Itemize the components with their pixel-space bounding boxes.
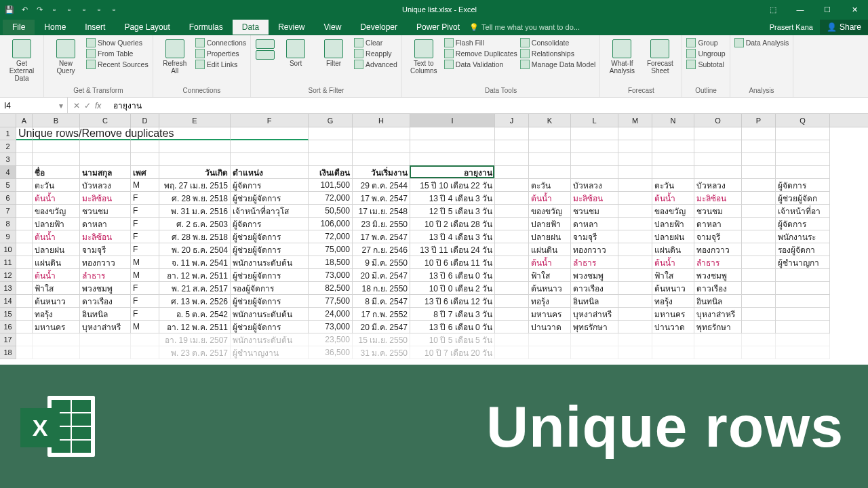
cell[interactable] <box>742 269 776 282</box>
reapply-button[interactable]: Reapply <box>354 49 397 58</box>
cell[interactable]: 73,000 <box>309 321 353 333</box>
cell[interactable]: 13 ปี 4 เดือน 3 วัน <box>410 230 495 243</box>
cell[interactable] <box>16 269 33 282</box>
name-box[interactable]: I4▾ <box>0 98 68 113</box>
tab-pagelayout[interactable]: Page Layout <box>115 20 179 35</box>
cell[interactable]: ดาหลา <box>694 218 742 230</box>
cell[interactable] <box>776 166 830 179</box>
column-header[interactable]: G <box>309 114 353 127</box>
cell[interactable]: ทอรุ้ง <box>529 295 571 308</box>
cell[interactable]: มะลิซ้อน <box>80 230 131 243</box>
cell[interactable] <box>529 127 571 140</box>
cell[interactable]: 9 มี.ค. 2550 <box>353 256 410 269</box>
cell[interactable]: 75,000 <box>309 243 353 256</box>
cell[interactable]: F <box>131 205 159 218</box>
cell[interactable] <box>529 346 571 359</box>
cell[interactable]: ต้นน้ำ <box>33 230 80 243</box>
column-header[interactable]: J <box>495 114 529 127</box>
cell[interactable]: ปลายฝน <box>33 243 80 256</box>
cell[interactable]: 31 ม.ค. 2550 <box>353 346 410 359</box>
cell[interactable]: ศ. 2 ธ.ค. 2503 <box>159 218 231 230</box>
row-header[interactable]: 14 <box>0 295 16 308</box>
cell[interactable] <box>571 127 618 140</box>
cell[interactable] <box>495 333 529 346</box>
cell[interactable]: 29 ต.ค. 2544 <box>353 179 410 192</box>
cell[interactable] <box>652 346 694 359</box>
cell[interactable] <box>571 153 618 166</box>
cell[interactable]: F <box>131 308 159 321</box>
cell[interactable]: 13 ปี 6 เดือน 0 วัน <box>410 269 495 282</box>
tab-powerpivot[interactable]: Power Pivot <box>407 20 469 35</box>
cell[interactable]: M <box>131 269 159 282</box>
cell[interactable]: ปลายฝน <box>529 230 571 243</box>
cell[interactable]: 18 ก.ย. 2550 <box>353 282 410 295</box>
cell[interactable]: ต้นหนาว <box>652 282 694 295</box>
cell[interactable]: จ. 11 พ.ค. 2541 <box>159 256 231 269</box>
cell[interactable]: พุทธรักษา <box>694 321 742 333</box>
tab-view[interactable]: View <box>315 20 351 35</box>
cell[interactable]: พนักงานระดับต้น <box>231 333 309 346</box>
cell[interactable]: จามจุรี <box>694 230 742 243</box>
row-header[interactable]: 10 <box>0 243 16 256</box>
cell[interactable] <box>742 308 776 321</box>
cell[interactable] <box>529 333 571 346</box>
cell[interactable]: 17 พ.ค. 2547 <box>353 230 410 243</box>
cell[interactable]: เงินเดือน <box>309 166 353 179</box>
advanced-button[interactable]: Advanced <box>354 60 397 69</box>
row-header[interactable]: 3 <box>0 153 16 166</box>
relationships-button[interactable]: Relationships <box>520 49 596 58</box>
ribbon-options-icon[interactable]: ⬚ <box>760 0 787 19</box>
cell[interactable] <box>33 153 80 166</box>
cell[interactable]: F <box>131 243 159 256</box>
forecast-sheet-button[interactable]: Forecast Sheet <box>642 38 677 76</box>
cell[interactable]: ชวนชม <box>694 205 742 218</box>
cell[interactable] <box>618 333 652 346</box>
cell[interactable]: 10 ปี 5 เดือน 5 วัน <box>410 333 495 346</box>
qat-icon[interactable]: ▫ <box>49 4 60 15</box>
cell[interactable]: ผู้ช่วยผู้จัดการ <box>231 192 309 205</box>
cell[interactable]: ลำธาร <box>694 256 742 269</box>
cell[interactable] <box>159 153 231 166</box>
cell[interactable] <box>618 308 652 321</box>
cell[interactable] <box>231 127 309 140</box>
cell[interactable]: แผ่นดิน <box>33 256 80 269</box>
ungroup-button[interactable]: Ungroup <box>686 49 725 58</box>
cell[interactable] <box>231 140 309 153</box>
cell[interactable]: 23 มิ.ย. 2550 <box>353 218 410 230</box>
cell[interactable]: มหานคร <box>529 308 571 321</box>
cell[interactable]: เจ้าหน้าที่อา <box>776 205 830 218</box>
cell[interactable]: 73,000 <box>309 269 353 282</box>
cell[interactable] <box>742 256 776 269</box>
cell[interactable] <box>694 140 742 153</box>
cell[interactable]: วันเริ่มงาน <box>353 166 410 179</box>
cell[interactable] <box>80 333 131 346</box>
column-header[interactable]: K <box>529 114 571 127</box>
cell[interactable]: ต้นน้ำ <box>652 256 694 269</box>
cell[interactable] <box>742 295 776 308</box>
qat-icon[interactable]: ▫ <box>79 4 90 15</box>
cell[interactable] <box>131 153 159 166</box>
cell[interactable] <box>618 269 652 282</box>
cell[interactable]: พนักงานระดับต้น <box>231 308 309 321</box>
connections-button[interactable]: Connections <box>195 38 246 47</box>
tell-me[interactable]: 💡 Tell me what you want to do... <box>469 23 580 32</box>
cell[interactable] <box>652 127 694 140</box>
cell[interactable] <box>742 153 776 166</box>
refresh-all-button[interactable]: Refresh All <box>157 38 193 76</box>
cell[interactable] <box>618 192 652 205</box>
cell[interactable]: 15 เม.ย. 2550 <box>353 333 410 346</box>
cell[interactable]: 20 มี.ค. 2547 <box>353 269 410 282</box>
cell[interactable] <box>618 282 652 295</box>
cell[interactable]: มหานคร <box>33 321 80 333</box>
cell[interactable] <box>16 282 33 295</box>
cell[interactable]: ชวนชม <box>571 205 618 218</box>
cell[interactable] <box>16 179 33 192</box>
cell[interactable] <box>618 243 652 256</box>
cell[interactable] <box>618 230 652 243</box>
cell[interactable] <box>495 346 529 359</box>
clear-button[interactable]: Clear <box>354 38 397 47</box>
cancel-icon[interactable]: ✕ <box>73 101 80 110</box>
column-header[interactable]: D <box>131 114 159 127</box>
qat-icon[interactable]: ▫ <box>108 4 119 15</box>
cell[interactable] <box>529 153 571 166</box>
